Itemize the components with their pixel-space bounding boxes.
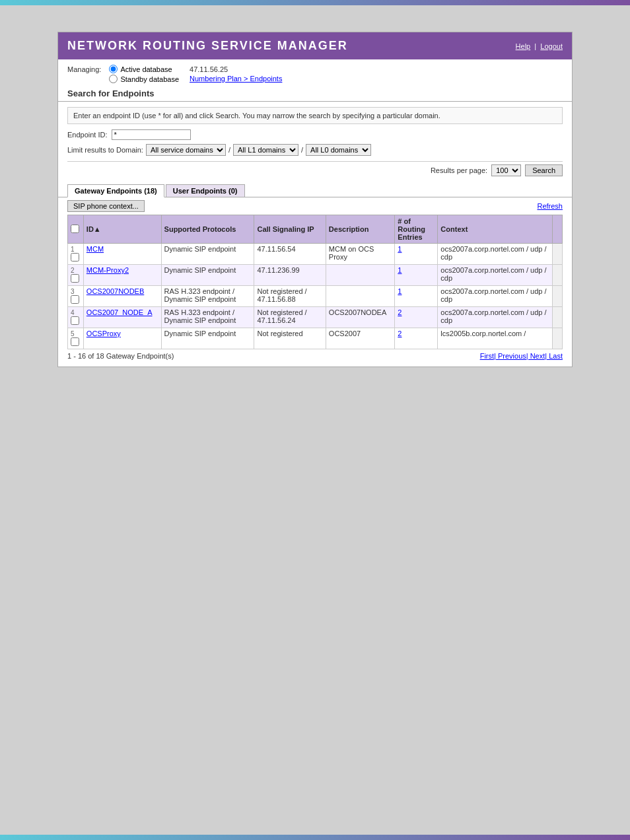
refresh-link[interactable]: Refresh	[537, 202, 563, 210]
radio-group: Active database Standby database	[109, 65, 179, 83]
row-routing-link-2[interactable]: 1	[398, 287, 402, 295]
row-num-cell: 4	[68, 307, 84, 328]
managing-info: 47.11.56.25 Numbering Plan > Endpoints	[190, 65, 282, 83]
row-routing-cell: 2	[395, 328, 438, 349]
table-row: 3 OCS2007NODEB RAS H.323 endpoint / Dyna…	[68, 286, 563, 307]
active-db-label: Active database	[120, 65, 172, 73]
row-scroll-cell	[552, 307, 562, 328]
limit-label: Limit results to Domain:	[67, 146, 143, 154]
managing-section: Managing: Active database Standby databa…	[58, 59, 572, 86]
row-ip-cell: Not registered	[254, 328, 326, 349]
th-checkbox	[68, 215, 84, 244]
th-call-ip: Call Signaling IP	[254, 215, 326, 244]
row-num-cell: 3	[68, 286, 84, 307]
table-footer: 1 - 16 of 18 Gateway Endpoint(s) First| …	[67, 352, 563, 360]
table-row: 5 OCSProxy Dynamic SIP endpoint Not regi…	[68, 328, 563, 349]
search-section: Enter an endpoint ID (use * for all) and…	[58, 107, 572, 179]
main-container: NETWORK ROUTING SERVICE MANAGER Help | L…	[57, 32, 573, 367]
table-header-row: ID▲ Supported Protocols Call Signaling I…	[68, 215, 563, 244]
row-id-cell: OCS2007NODEB	[83, 286, 161, 307]
row-id-cell: OCSProxy	[83, 328, 161, 349]
search-button[interactable]: Search	[525, 164, 563, 176]
row-context-cell: lcs2005b.corp.nortel.com /	[438, 328, 552, 349]
pagination-links[interactable]: First| Previous| Next| Last	[480, 352, 563, 360]
row-protocols-cell: Dynamic SIP endpoint	[161, 265, 254, 286]
sep1: /	[228, 146, 230, 154]
row-protocols-cell: RAS H.323 endpoint / Dynamic SIP endpoin…	[161, 307, 254, 328]
table-section: SIP phone context... Refresh ID▲ Support…	[58, 200, 572, 360]
th-protocols: Supported Protocols	[161, 215, 254, 244]
row-routing-cell: 1	[395, 286, 438, 307]
endpoint-id-label: Endpoint ID:	[67, 131, 108, 139]
sep2: /	[301, 146, 303, 154]
top-bar	[0, 0, 630, 5]
endpoint-id-input[interactable]	[112, 129, 191, 140]
header-bar: NETWORK ROUTING SERVICE MANAGER Help | L…	[58, 32, 572, 59]
results-per-page-select[interactable]: 100 50 25	[491, 164, 521, 176]
domain-select[interactable]: All service domains	[146, 144, 226, 156]
row-desc-cell: OCS2007NODEA	[326, 307, 395, 328]
l0-domain-select[interactable]: All L0 domains	[306, 144, 371, 156]
row-desc-cell: OCS2007	[326, 328, 395, 349]
managing-label: Managing:	[67, 65, 101, 73]
row-routing-link-3[interactable]: 2	[398, 308, 402, 316]
table-body: 1 MCM Dynamic SIP endpoint 47.11.56.54 M…	[68, 244, 563, 349]
tab-gateway-endpoints[interactable]: Gateway Endpoints (18)	[67, 184, 164, 197]
row-checkbox-4[interactable]	[71, 337, 79, 346]
standby-db-row: Standby database	[109, 75, 179, 83]
row-id-cell: MCM-Proxy2	[83, 265, 161, 286]
row-desc-cell	[326, 265, 395, 286]
th-context: Context	[438, 215, 552, 244]
row-checkbox-0[interactable]	[71, 253, 79, 262]
logout-link[interactable]: Logout	[540, 42, 563, 50]
search-hint: Enter an endpoint ID (use * for all) and…	[67, 107, 563, 124]
row-ip-cell: Not registered / 47.11.56.24	[254, 307, 326, 328]
l1-domain-select[interactable]: All L1 domains	[233, 144, 298, 156]
row-ip-cell: 47.11.56.54	[254, 244, 326, 265]
ip-address: 47.11.56.25	[190, 65, 282, 73]
row-checkbox-3[interactable]	[71, 316, 79, 325]
row-checkbox-2[interactable]	[71, 295, 79, 304]
row-id-link-4[interactable]: OCSProxy	[87, 330, 121, 337]
row-scroll-cell	[552, 244, 562, 265]
select-all-checkbox[interactable]	[71, 225, 79, 233]
row-checkbox-1[interactable]	[71, 274, 79, 283]
row-num-cell: 2	[68, 265, 84, 286]
active-db-row: Active database	[109, 65, 179, 73]
standby-db-radio[interactable]	[109, 75, 118, 83]
row-protocols-cell: RAS H.323 endpoint / Dynamic SIP endpoin…	[161, 286, 254, 307]
breadcrumb[interactable]: Numbering Plan > Endpoints	[190, 75, 282, 83]
bottom-bar	[0, 835, 630, 840]
row-scroll-cell	[552, 286, 562, 307]
row-routing-link-1[interactable]: 1	[398, 266, 402, 274]
help-link[interactable]: Help	[516, 42, 531, 50]
row-id-link-1[interactable]: MCM-Proxy2	[87, 266, 129, 274]
endpoint-id-row: Endpoint ID:	[67, 129, 563, 140]
th-description: Description	[326, 215, 395, 244]
row-context-cell: ocs2007a.corp.nortel.com / udp / cdp	[438, 286, 552, 307]
row-num-cell: 5	[68, 328, 84, 349]
row-desc-cell: MCM on OCS Proxy	[326, 244, 395, 265]
row-id-link-3[interactable]: OCS2007_NODE_A	[87, 308, 153, 316]
sip-phone-context-button[interactable]: SIP phone context...	[67, 200, 145, 212]
tabs-row: Gateway Endpoints (18) User Endpoints (0…	[58, 184, 572, 197]
endpoints-table: ID▲ Supported Protocols Call Signaling I…	[67, 215, 563, 349]
row-desc-cell	[326, 286, 395, 307]
row-id-link-0[interactable]: MCM	[87, 245, 104, 253]
active-db-radio[interactable]	[109, 65, 118, 73]
search-section-title: Search for Endpoints	[58, 86, 572, 102]
row-routing-cell: 2	[395, 307, 438, 328]
th-id[interactable]: ID▲	[83, 215, 161, 244]
tab-user-endpoints[interactable]: User Endpoints (0)	[166, 184, 245, 197]
page-wrapper: NETWORK ROUTING SERVICE MANAGER Help | L…	[0, 5, 630, 835]
row-routing-link-0[interactable]: 1	[398, 245, 402, 253]
row-routing-link-4[interactable]: 2	[398, 330, 402, 337]
row-context-cell: ocs2007a.corp.nortel.com / udp / cdp	[438, 265, 552, 286]
row-protocols-cell: Dynamic SIP endpoint	[161, 328, 254, 349]
app-title: NETWORK ROUTING SERVICE MANAGER	[67, 39, 348, 53]
row-id-cell: OCS2007_NODE_A	[83, 307, 161, 328]
table-row: 2 MCM-Proxy2 Dynamic SIP endpoint 47.11.…	[68, 265, 563, 286]
header-links: Help | Logout	[516, 42, 563, 50]
row-id-link-2[interactable]: OCS2007NODEB	[87, 287, 144, 295]
row-scroll-cell	[552, 328, 562, 349]
